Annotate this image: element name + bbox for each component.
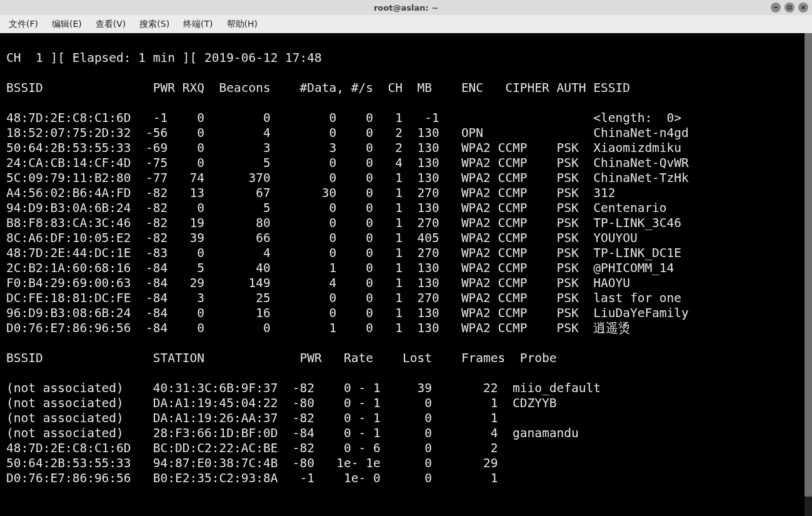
- close-icon: [801, 5, 806, 10]
- menu-file[interactable]: 文件(F): [3, 16, 44, 33]
- menu-edit[interactable]: 编辑(E): [46, 16, 88, 33]
- menu-view[interactable]: 查看(V): [89, 16, 133, 33]
- menu-bar: 文件(F) 编辑(E) 查看(V) 搜索(S) 终端(T) 帮助(H): [0, 15, 812, 33]
- terminal-container: CH 1 ][ Elapsed: 1 min ][ 2019-06-12 17:…: [0, 33, 812, 516]
- scrollbar[interactable]: [804, 33, 812, 516]
- maximize-button[interactable]: [784, 3, 794, 13]
- terminal-output[interactable]: CH 1 ][ Elapsed: 1 min ][ 2019-06-12 17:…: [0, 33, 804, 516]
- minimize-button[interactable]: [771, 3, 781, 13]
- minimize-icon: [773, 5, 778, 10]
- window-buttons: [771, 3, 808, 13]
- menu-help[interactable]: 帮助(H): [221, 16, 264, 33]
- svg-rect-1: [788, 6, 791, 9]
- close-button[interactable]: [798, 3, 808, 13]
- scrollbar-thumb[interactable]: [804, 33, 812, 497]
- maximize-icon: [787, 5, 792, 10]
- menu-search[interactable]: 搜索(S): [133, 16, 176, 33]
- window-title: root@aslan: ~: [374, 3, 438, 13]
- menu-terminal[interactable]: 终端(T): [177, 16, 219, 33]
- window-titlebar: root@aslan: ~: [0, 0, 812, 15]
